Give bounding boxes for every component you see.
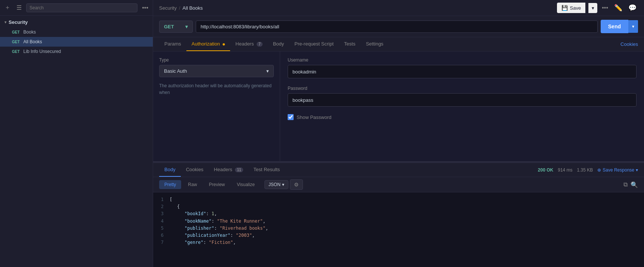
send-button-group: Send ▾ — [601, 20, 638, 33]
search-icon[interactable]: 🔍 — [631, 181, 638, 188]
method-badge-get: GET — [10, 30, 21, 35]
show-password-label: Show Password — [297, 114, 331, 120]
format-dropdown-icon: ▾ — [282, 182, 284, 187]
show-password-checkbox[interactable] — [288, 114, 294, 120]
response-headers-badge: 11 — [235, 167, 243, 172]
method-label: GET — [164, 24, 174, 29]
line-number: 6 — [159, 232, 170, 239]
sidebar-item-all-books[interactable]: GET All Books — [0, 37, 153, 47]
json-line-5: 5 "publisher": "Riverhead books", — [159, 225, 638, 232]
auth-fields-panel: Username bookadmin Password bookpass Sho… — [280, 51, 644, 161]
json-line-4: 4 "bookName": "The Kite Runner", — [159, 218, 638, 225]
filter-button[interactable]: ⚙ — [290, 179, 303, 190]
sidebar-item-books[interactable]: GET Books — [0, 27, 153, 37]
menu-icon[interactable]: ☰ — [15, 3, 23, 13]
copy-icon[interactable]: ⧉ — [623, 181, 628, 188]
auth-type-value: Basic Auth — [164, 68, 187, 74]
cookies-link[interactable]: Cookies — [620, 41, 638, 47]
tab-authorization[interactable]: Authorization — [186, 37, 230, 51]
password-label: Password — [288, 86, 637, 91]
response-size: 1.35 KB — [577, 167, 593, 173]
search-input[interactable] — [26, 3, 137, 12]
add-button[interactable]: ＋ — [3, 2, 12, 13]
response-time: 914 ms — [558, 167, 572, 173]
sidebar: ＋ ☰ ••• ▾ Security GET Books GET All Boo… — [0, 0, 153, 267]
response-tab-headers[interactable]: Headers 11 — [209, 163, 248, 177]
response-tab-test-results[interactable]: Test Results — [248, 163, 285, 177]
tab-body[interactable]: Body — [268, 37, 290, 51]
auth-note: The authorization header will be automat… — [159, 82, 274, 96]
send-button[interactable]: Send — [601, 20, 628, 33]
save-response-icon: ⊕ — [597, 167, 601, 173]
auth-dropdown-icon: ▾ — [266, 68, 269, 74]
password-input[interactable]: bookpass — [288, 93, 637, 107]
breadcrumb: Security / All Books — [159, 5, 203, 11]
save-response-dropdown: ▾ — [636, 167, 638, 173]
save-dropdown-button[interactable]: ▾ — [588, 3, 597, 13]
headers-badge: 7 — [257, 42, 263, 47]
format-tab-visualize[interactable]: Visualize — [232, 180, 260, 189]
response-tabs: Body Cookies Headers 11 Test Results 200… — [153, 163, 644, 177]
send-dropdown-button[interactable]: ▾ — [628, 20, 638, 33]
line-number: 1 — [159, 196, 170, 203]
password-field-group: Password bookpass — [288, 86, 637, 107]
sidebar-section-security[interactable]: ▾ Security — [0, 17, 153, 27]
format-tabs: Pretty Raw Preview Visualize JSON ▾ ⚙ ⧉ … — [153, 177, 644, 192]
comment-icon[interactable]: 💬 — [627, 2, 638, 13]
format-tab-pretty[interactable]: Pretty — [159, 180, 181, 189]
main-panel: Security / All Books 💾 Save ▾ ••• ✏️ 💬 G… — [153, 0, 644, 267]
topbar: Security / All Books 💾 Save ▾ ••• ✏️ 💬 — [153, 0, 644, 16]
save-icon: 💾 — [561, 5, 568, 11]
url-bar: GET ▾ Send ▾ — [153, 16, 644, 37]
json-line-6: 6 "publicationYear": "2003", — [159, 232, 638, 239]
format-action-icons: ⧉ 🔍 — [623, 181, 638, 188]
request-tabs: Params Authorization Headers 7 Body Pre-… — [153, 37, 644, 51]
topbar-actions: 💾 Save ▾ ••• ✏️ 💬 — [557, 2, 638, 13]
auth-type-label: Type — [159, 57, 274, 63]
sidebar-header: ＋ ☰ ••• — [0, 0, 153, 16]
response-status: 200 OK 914 ms 1.35 KB ⊕ Save Response ▾ — [538, 167, 638, 173]
response-section: Body Cookies Headers 11 Test Results 200… — [153, 163, 644, 267]
save-response-button[interactable]: ⊕ Save Response ▾ — [597, 167, 638, 173]
save-label: Save — [570, 5, 581, 11]
format-type-select[interactable]: JSON ▾ — [264, 180, 288, 189]
sidebar-more-button[interactable]: ••• — [140, 3, 150, 13]
tab-pre-request[interactable]: Pre-request Script — [289, 37, 339, 51]
sidebar-section-label: Security — [9, 19, 28, 25]
content-area: Type Basic Auth ▾ The authorization head… — [153, 51, 644, 161]
show-password-row: Show Password — [288, 114, 637, 120]
method-badge-get: GET — [10, 49, 21, 54]
save-button[interactable]: 💾 Save — [557, 3, 586, 13]
breadcrumb-current: All Books — [183, 5, 203, 11]
auth-type-select[interactable]: Basic Auth ▾ — [159, 65, 274, 77]
method-select[interactable]: GET ▾ — [159, 21, 193, 33]
format-tab-preview[interactable]: Preview — [204, 180, 230, 189]
url-input[interactable] — [196, 21, 598, 33]
save-response-label: Save Response — [603, 167, 634, 173]
breadcrumb-parent[interactable]: Security — [159, 5, 177, 11]
response-tab-body[interactable]: Body — [159, 163, 181, 177]
username-input[interactable]: bookadmin — [288, 65, 637, 78]
sidebar-item-label: Books — [24, 29, 36, 35]
tab-headers[interactable]: Headers 7 — [230, 37, 267, 51]
breadcrumb-separator: / — [179, 5, 180, 11]
tab-settings[interactable]: Settings — [360, 37, 388, 51]
sidebar-section: ▾ Security GET Books GET All Books GET L… — [0, 16, 153, 58]
line-number: 3 — [159, 210, 170, 217]
tab-params[interactable]: Params — [159, 37, 186, 51]
username-field-group: Username bookadmin — [288, 57, 637, 78]
edit-icon[interactable]: ✏️ — [613, 2, 624, 13]
auth-panel: Type Basic Auth ▾ The authorization head… — [153, 51, 280, 161]
tab-tests[interactable]: Tests — [339, 37, 360, 51]
response-body: 1 [ 2 { 3 "bookId": 1, 4 "bookName": "Th… — [153, 192, 644, 267]
line-number: 2 — [159, 203, 170, 210]
line-number: 4 — [159, 218, 170, 225]
sidebar-item-label: All Books — [24, 39, 42, 44]
sidebar-item-lib-info[interactable]: GET Lib Info Unsecured — [0, 47, 153, 56]
method-dropdown-icon: ▾ — [185, 24, 188, 29]
topbar-more-button[interactable]: ••• — [600, 3, 610, 13]
format-tab-raw[interactable]: Raw — [183, 180, 202, 189]
response-tab-cookies[interactable]: Cookies — [181, 163, 209, 177]
method-badge-get: GET — [10, 40, 21, 44]
json-line-7: 7 "genre": "Fiction", — [159, 239, 638, 246]
